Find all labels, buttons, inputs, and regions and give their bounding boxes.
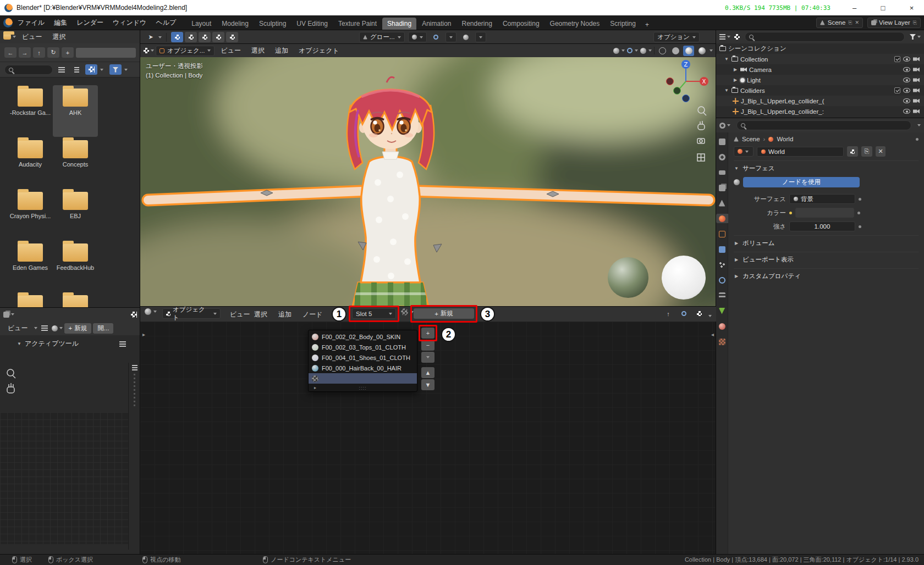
select-subtract-button[interactable] [199,32,211,42]
color-swatch[interactable] [795,208,854,218]
material-specials-button[interactable] [421,352,435,363]
render-visibility-icon[interactable] [913,78,920,82]
hide-eye-icon[interactable] [903,109,910,114]
mode-dropdown[interactable]: オブジェク... [156,46,215,56]
breadcrumb-scene[interactable]: Scene [742,136,760,142]
panel-expand-icon[interactable]: ▼ [16,341,22,346]
move-slot-down-button[interactable]: ▼ [421,379,435,390]
exclude-checkbox[interactable] [894,56,900,62]
shader-menu-add[interactable]: 追加 [274,308,296,321]
visibility-caret-icon[interactable] [622,49,625,52]
world-name-field[interactable]: World [757,147,844,157]
nav-forward-button[interactable]: → [19,47,31,58]
browse-material-dropdown[interactable] [401,308,414,315]
props-tab-constraints[interactable] [716,291,728,300]
snap-dropdown[interactable] [446,32,457,42]
shading-rendered-button[interactable] [696,46,707,56]
editor-type-shader-icon[interactable] [145,308,157,315]
keyframe-dot[interactable] [789,212,792,214]
filter-caret-icon[interactable] [917,36,921,38]
use-nodes-button[interactable]: ノードを使用 [743,177,860,187]
tab-modeling[interactable]: Modeling [217,18,254,30]
folder-item[interactable]: Eden Games [8,240,53,292]
menu-edit[interactable]: 編集 [50,16,72,29]
shader-menu-node[interactable]: ノード [298,308,327,321]
visibility-icon[interactable] [613,48,619,54]
surface-panel-header[interactable]: ▼ サーフェス [734,160,919,173]
editor-type-3d-icon[interactable] [144,48,149,53]
render-visibility-icon[interactable] [913,57,920,62]
render-visibility-icon[interactable] [913,68,920,72]
outliner-row-light[interactable]: ▶ Light [716,75,924,85]
viewport-menu-add[interactable]: 追加 [271,45,293,57]
image-editor-menu-view[interactable]: ビュー [3,322,32,335]
overlay-caret-icon[interactable] [708,315,712,317]
display-mode-caret-icon[interactable] [100,69,103,71]
new-material-button[interactable]: + 新規 [414,308,474,319]
sidebar-handle[interactable] [134,374,135,407]
breadcrumb-world[interactable]: World [777,136,793,142]
browse-world-dropdown[interactable] [734,146,754,157]
new-folder-button[interactable]: + [62,47,74,58]
filter-caret-icon[interactable] [124,69,128,71]
shader-type-dropdown[interactable]: オブジェクト [162,308,221,319]
decorator-dot[interactable] [857,212,860,214]
add-workspace-button[interactable]: + [641,19,653,30]
overlays-icon[interactable] [640,48,646,54]
outliner-row-scene-collection[interactable]: シーンコレクション [716,43,924,54]
file-path-field[interactable] [76,48,136,58]
editor-type-caret-icon[interactable] [13,36,16,38]
pin-icon[interactable] [916,138,919,141]
hide-eye-icon[interactable] [903,98,910,103]
new-view-layer-icon[interactable]: ⎘ [913,20,917,26]
display-mode-icon[interactable] [734,34,740,40]
hide-eye-icon[interactable] [903,88,910,93]
snap-toggle-button[interactable] [430,32,442,42]
props-tab-tool[interactable] [716,137,728,146]
panel-expand-icon[interactable]: ▶ [734,274,739,279]
props-tab-output[interactable] [716,168,728,177]
view-layer-selector[interactable]: View Layer ⎘ [867,18,921,28]
select-invert-button[interactable] [212,32,224,42]
tab-uv-editing[interactable]: UV Editing [292,18,333,30]
menu-window[interactable]: ウィンドウ [108,16,151,29]
remove-material-slot-button[interactable]: − [421,340,435,351]
new-scene-icon[interactable]: ⎘ [848,20,852,26]
panel-expand-icon[interactable]: ▼ [734,166,739,171]
folder-item[interactable]: -Rockstar Ga... [8,85,53,137]
material-list-item[interactable]: F00_000_HairBack_00_HAIR [309,363,417,373]
props-tab-physics[interactable] [716,275,728,285]
folder-item[interactable] [53,292,98,308]
disclosure-icon[interactable]: ▼ [724,88,729,93]
hamburger-icon[interactable] [41,325,48,331]
material-list-item[interactable]: F00_004_01_Shoes_01_CLOTH [309,352,417,363]
tab-scripting[interactable]: Scripting [605,18,641,30]
maximize-button[interactable]: □ [871,0,895,15]
decorator-dot[interactable] [859,225,861,228]
shading-solid-button[interactable] [670,46,681,56]
disclosure-icon[interactable]: ▼ [724,57,729,62]
select-intersect-button[interactable] [226,32,238,42]
tab-sculpting[interactable]: Sculpting [254,18,291,30]
disclosure-icon[interactable]: ▶ [733,77,738,82]
properties-search-input[interactable] [736,120,911,130]
material-list-item[interactable]: F00_002_02_Body_00_SKIN [309,331,417,342]
tab-shading[interactable]: Shading [382,18,416,30]
sidebar-tab-strip[interactable] [128,363,140,550]
editor-type-caret-icon[interactable] [151,49,154,52]
props-tab-world[interactable] [716,214,728,223]
viewport-menu-object[interactable]: オブジェクト [294,45,344,57]
tab-layout[interactable]: Layout [186,18,216,30]
render-visibility-icon[interactable] [913,88,920,93]
hide-eye-icon[interactable] [903,67,910,72]
hide-eye-icon[interactable] [903,77,910,82]
surface-value-field[interactable]: 背景 [789,194,855,204]
active-tool-panel-header[interactable]: ▼ アクティブツール [0,335,140,348]
close-button[interactable]: × [899,0,924,15]
shader-menu-select[interactable]: 選択 [250,308,272,321]
overlays-caret-icon[interactable] [648,49,652,52]
outliner-row-collection[interactable]: ▼ Collection [716,54,924,64]
material-list-item[interactable]: F00_002_03_Tops_01_CLOTH [309,342,417,352]
toolbar-expand-icon[interactable]: ▸ [142,331,145,337]
pivot-dropdown[interactable] [408,32,427,42]
